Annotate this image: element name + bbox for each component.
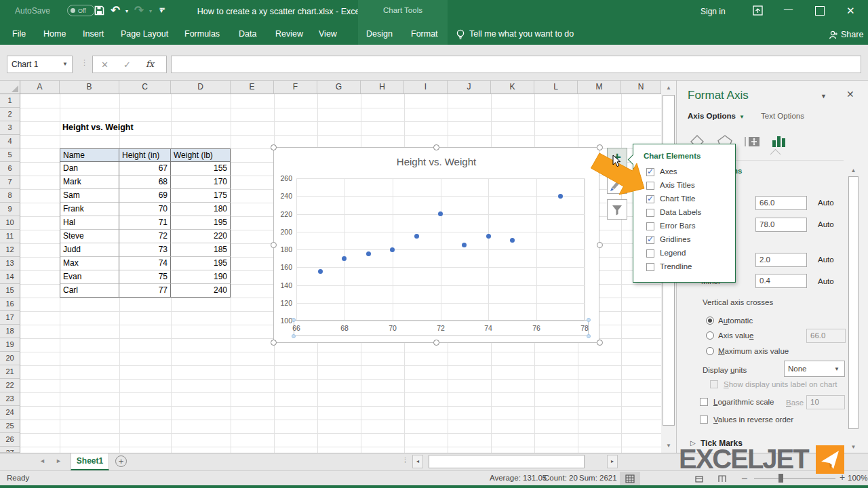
axis-options-chart-icon[interactable] <box>770 132 788 150</box>
table-cell[interactable]: 72 <box>119 230 171 243</box>
ribbon-tab-data[interactable]: Data <box>239 29 256 39</box>
close-button[interactable]: ✕ <box>846 5 855 17</box>
formula-input[interactable] <box>171 56 861 73</box>
maximum-auto-button[interactable]: Auto <box>818 220 834 228</box>
table-cell[interactable]: 180 <box>171 203 231 216</box>
select-all-corner[interactable] <box>0 81 20 94</box>
scatter-point-sam[interactable] <box>366 251 371 256</box>
row-header-21[interactable]: 21 <box>0 365 20 379</box>
column-header-H[interactable]: H <box>361 81 404 94</box>
scatter-point-frank[interactable] <box>390 247 395 252</box>
table-cell[interactable]: 240 <box>171 284 231 298</box>
ribbon-tab-page-layout[interactable]: Page Layout <box>121 29 168 39</box>
row-header-22[interactable]: 22 <box>0 379 20 392</box>
enter-formula-icon[interactable]: ✓ <box>123 60 131 70</box>
ribbon-tab-format[interactable]: Format <box>411 29 438 39</box>
pane-scroll-down-icon[interactable]: ▼ <box>848 444 859 450</box>
row-header-12[interactable]: 12 <box>0 243 20 257</box>
column-header-M[interactable]: M <box>578 81 621 94</box>
minimize-button[interactable]: — <box>784 4 793 14</box>
undo-dropdown-icon[interactable]: ▾ <box>125 8 128 14</box>
chart-resize-handle[interactable] <box>433 144 439 150</box>
insert-function-icon[interactable]: fx <box>146 59 154 69</box>
row-header-23[interactable]: 23 <box>0 392 20 406</box>
ribbon-tab-file[interactable]: File <box>12 29 26 39</box>
chart-resize-handle[interactable] <box>271 340 277 346</box>
minor-unit-input[interactable]: 0.4 <box>755 274 807 288</box>
table-cell[interactable]: 73 <box>119 243 171 257</box>
table-cell[interactable]: Sam <box>60 189 119 203</box>
row-header-8[interactable]: 8 <box>0 189 20 203</box>
row-header-20[interactable]: 20 <box>0 352 20 365</box>
row-header-14[interactable]: 14 <box>0 270 20 284</box>
row-header-5[interactable]: 5 <box>0 148 20 162</box>
zoom-slider-track[interactable] <box>754 478 835 479</box>
chart-resize-handle[interactable] <box>597 242 603 248</box>
column-header-J[interactable]: J <box>448 81 491 94</box>
minimum-auto-button[interactable]: Auto <box>818 199 834 207</box>
row-header-1[interactable]: 1 <box>0 94 20 108</box>
automatic-radio[interactable] <box>706 317 714 325</box>
table-cell[interactable]: 190 <box>171 270 231 284</box>
ribbon-tab-review[interactable]: Review <box>275 29 303 39</box>
scatter-point-hal[interactable] <box>414 234 419 239</box>
column-header-D[interactable]: D <box>171 81 231 94</box>
ribbon-tab-design[interactable]: Design <box>366 29 393 39</box>
ribbon-tab-insert[interactable]: Insert <box>83 29 104 39</box>
minor-auto-button[interactable]: Auto <box>818 277 834 285</box>
tabstrip-divider[interactable]: ⁞ <box>404 456 406 464</box>
ribbon-display-options-icon[interactable] <box>753 5 763 16</box>
checkbox-data-labels[interactable] <box>646 209 654 217</box>
sheet-nav-left-icon[interactable]: ◄ <box>39 458 45 464</box>
hscroll-right-icon[interactable]: ▸ <box>607 455 618 468</box>
hscroll-thumb[interactable] <box>429 455 585 468</box>
chart-resize-handle[interactable] <box>433 340 439 346</box>
chart-title[interactable]: Height vs. Weight <box>274 156 599 167</box>
checkbox-legend[interactable] <box>646 249 654 258</box>
display-units-dropdown[interactable]: None ▼ <box>784 361 845 377</box>
table-cell[interactable]: Steve <box>60 230 119 243</box>
table-cell[interactable]: Judd <box>60 243 119 257</box>
scatter-point-mark[interactable] <box>342 256 347 261</box>
scatter-point-max[interactable] <box>486 234 491 239</box>
popup-item-gridlines[interactable]: Gridlines <box>660 235 690 243</box>
popup-item-trendline[interactable]: Trendline <box>660 262 692 270</box>
grid-scroll-down-icon[interactable]: ▼ <box>661 443 676 449</box>
maximum-input[interactable]: 78.0 <box>755 218 807 232</box>
pane-tab-text-options[interactable]: Text Options <box>761 112 804 120</box>
size-properties-icon[interactable] <box>743 134 762 150</box>
table-cell[interactable]: Frank <box>60 203 119 216</box>
row-header-15[interactable]: 15 <box>0 284 20 298</box>
table-cell[interactable]: 77 <box>119 284 171 298</box>
table-cell[interactable]: 75 <box>119 270 171 284</box>
row-header-7[interactable]: 7 <box>0 176 20 189</box>
pane-scrollbar[interactable]: ▲ ▼ <box>848 165 859 453</box>
column-header-A[interactable]: A <box>20 81 60 94</box>
chart-resize-handle[interactable] <box>271 242 277 248</box>
normal-view-button[interactable] <box>620 472 640 486</box>
redo-icon[interactable]: ↷ <box>134 3 144 18</box>
ribbon-tab-view[interactable]: View <box>319 29 337 39</box>
row-header-18[interactable]: 18 <box>0 325 20 338</box>
table-cell[interactable]: Max <box>60 257 119 270</box>
popup-item-axis-titles[interactable]: Axis Titles <box>660 181 695 189</box>
row-header-2[interactable]: 2 <box>0 108 20 121</box>
row-header-4[interactable]: 4 <box>0 135 20 148</box>
row-header-25[interactable]: 25 <box>0 420 20 433</box>
column-header-B[interactable]: B <box>60 81 119 94</box>
table-cell[interactable]: 220 <box>171 230 231 243</box>
undo-icon[interactable]: ↶ <box>111 3 120 18</box>
autosave-toggle[interactable]: Off <box>67 5 95 16</box>
table-cell[interactable]: Dan <box>60 162 119 176</box>
row-header-16[interactable]: 16 <box>0 298 20 311</box>
table-cell[interactable]: 74 <box>119 257 171 270</box>
column-header-F[interactable]: F <box>274 81 317 94</box>
chart-resize-handle[interactable] <box>597 340 603 346</box>
ribbon-tab-home[interactable]: Home <box>43 29 66 39</box>
column-header-I[interactable]: I <box>404 81 448 94</box>
x-axis-tick-label[interactable]: 70 <box>386 324 399 332</box>
sign-in-link[interactable]: Sign in <box>701 7 726 16</box>
table-cell[interactable]: 68 <box>119 176 171 189</box>
column-header-C[interactable]: C <box>119 81 171 94</box>
column-header-G[interactable]: G <box>317 81 361 94</box>
